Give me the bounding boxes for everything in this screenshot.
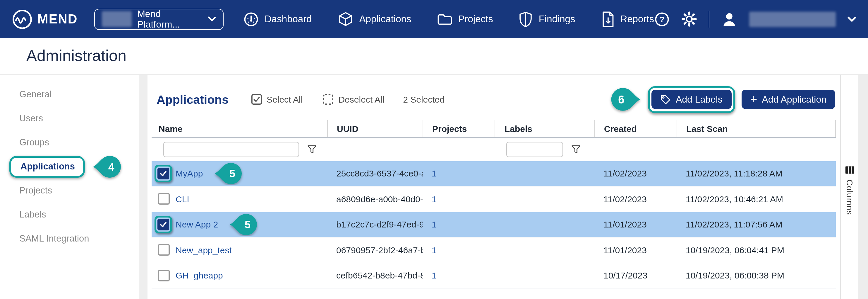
sidebar-item-users[interactable]: Users [0,106,138,131]
projects-cell: 1 [422,245,495,255]
table-row[interactable]: New App 2 5 b17c2c7c-d2f9-47ed-90 1 11/0… [152,212,836,238]
organization-selector[interactable]: Mend Platform... [94,8,224,30]
svg-text:?: ? [659,15,664,24]
application-name-link[interactable]: CLI [176,194,189,204]
add-labels-button[interactable]: Add Labels [652,90,731,109]
step-highlight-box: Applications [9,156,85,178]
step-highlight-box [155,165,172,182]
projects-count-link[interactable]: 1 [432,194,437,204]
right-background-band [858,75,868,299]
row-checkbox-unchecked[interactable] [158,244,170,256]
org-selector-label: Mend Platform... [137,8,202,30]
nav-item-projects[interactable]: Projects [437,12,493,26]
applications-table: Name UUID Projects Labels Created Last S… [152,120,836,289]
step-5-callout: 5 [211,162,246,185]
name-filter-input[interactable] [163,142,299,157]
table-row[interactable]: New_app_test 06790957-2bf2-46a7-b 1 11/0… [152,238,836,263]
row-checkbox-checked[interactable] [157,219,169,230]
labels-filter-input[interactable] [506,142,563,157]
sidebar-item-label: Groups [19,137,49,148]
applications-toolbar: Applications Select All [152,85,840,114]
column-header-created[interactable]: Created [594,120,676,137]
application-name-link[interactable]: New App 2 [176,220,218,229]
checkbox-slot [155,270,176,281]
projects-count-link[interactable]: 1 [432,245,437,255]
filter-funnel-icon[interactable] [571,145,580,154]
column-header-uuid[interactable]: UUID [327,120,422,137]
cube-icon [338,11,353,27]
toolbar-actions: 6 Add Labels [607,86,835,113]
nav-item-findings[interactable]: Findings [519,11,575,27]
sidebar-item-general[interactable]: General [0,82,138,106]
brand-name: MEND [37,11,78,27]
table-row[interactable]: GH_gheapp cefb6542-b8eb-47bd-8 1 10/17/2… [152,263,836,289]
step-highlight-box: Add Labels [648,86,735,113]
uuid-cell: 25cc8cd3-6537-4ce0-af [327,168,422,179]
sidebar-item-saml-integration[interactable]: SAML Integration [0,226,138,251]
table-row[interactable]: CLI a6809d6e-a00b-40d0-b 1 11/02/2023 11… [152,186,836,212]
nav-item-applications[interactable]: Applications [338,11,411,27]
row-checkbox-unchecked[interactable] [158,193,170,205]
sidebar-item-label: Applications [21,161,75,171]
step-4-callout: 4 [90,155,126,179]
top-navigation: Dashboard Applications Projects [244,11,654,27]
user-avatar-icon[interactable] [721,11,738,27]
projects-count-link[interactable]: 1 [432,271,437,280]
app-window: MEND Mend Platform... [0,0,868,299]
sidebar-item-groups[interactable]: Groups [0,131,138,155]
sidebar-item-applications[interactable]: Applications 4 [0,155,138,179]
projects-cell: 1 [422,271,495,280]
deselect-all-label: Deselect All [338,94,384,104]
sidebar-item-label: Projects [19,185,52,196]
row-checkbox-unchecked[interactable] [158,270,170,281]
gear-icon[interactable] [681,11,697,27]
column-header-empty [800,120,836,137]
projects-cell: 1 [422,220,495,229]
mend-wave-icon [12,8,33,30]
nav-item-dashboard[interactable]: Dashboard [244,11,312,27]
top-navbar: MEND Mend Platform... [0,0,868,38]
projects-cell: 1 [422,168,495,179]
check-square-icon [251,94,262,105]
column-header-name[interactable]: Name [152,120,327,137]
user-menu-chevron-icon[interactable] [847,16,856,22]
labels-filter-cell [495,142,594,157]
report-download-icon [601,11,614,27]
uuid-cell: a6809d6e-a00b-40d0-b [327,194,422,204]
plus-icon: + [750,93,757,105]
projects-count-link[interactable]: 1 [432,168,437,179]
row-checkbox-checked[interactable] [157,168,169,180]
applications-title: Applications [157,92,228,106]
columns-panel-tab[interactable]: Columns [840,75,858,299]
last-scan-cell: 10/19/2023, 06:00:38 PM [676,271,800,280]
column-header-projects[interactable]: Projects [422,120,495,137]
table-row[interactable]: MyApp 5 25cc8cd3-6537-4ce0-af 1 11/02/20… [152,161,836,186]
sidebar-gutter [138,75,147,299]
projects-count-link[interactable]: 1 [432,220,437,229]
select-all-button[interactable]: Select All [251,94,303,105]
nav-label: Reports [620,13,654,25]
sidebar-item-projects[interactable]: Projects [0,179,138,202]
column-header-last-scan[interactable]: Last Scan [676,120,800,137]
help-icon[interactable]: ? [654,11,669,27]
application-name-link[interactable]: GH_gheapp [176,271,223,280]
column-header-labels[interactable]: Labels [495,120,594,137]
created-cell: 11/01/2023 [594,220,676,229]
application-name-link[interactable]: MyApp [176,168,203,179]
filter-funnel-icon[interactable] [307,145,316,154]
nav-item-reports[interactable]: Reports [601,11,654,27]
mend-logo: MEND [12,8,78,30]
svg-text:5: 5 [229,168,235,180]
svg-text:5: 5 [244,219,250,231]
add-application-button[interactable]: + Add Application [742,90,835,109]
deselect-all-button[interactable]: Deselect All [322,94,384,105]
last-scan-cell: 11/02/2023, 11:18:28 AM [676,168,800,179]
topbar-right-cluster: ? [654,11,856,27]
sidebar-item-labels[interactable]: Labels [0,202,138,226]
name-cell: GH_gheapp [152,270,327,281]
step-6-callout: 6 [607,87,644,112]
add-application-label: Add Application [762,94,827,105]
application-name-link[interactable]: New_app_test [176,245,232,255]
name-cell: MyApp 5 [152,162,327,185]
last-scan-cell: 10/19/2023, 06:04:41 PM [676,245,800,255]
